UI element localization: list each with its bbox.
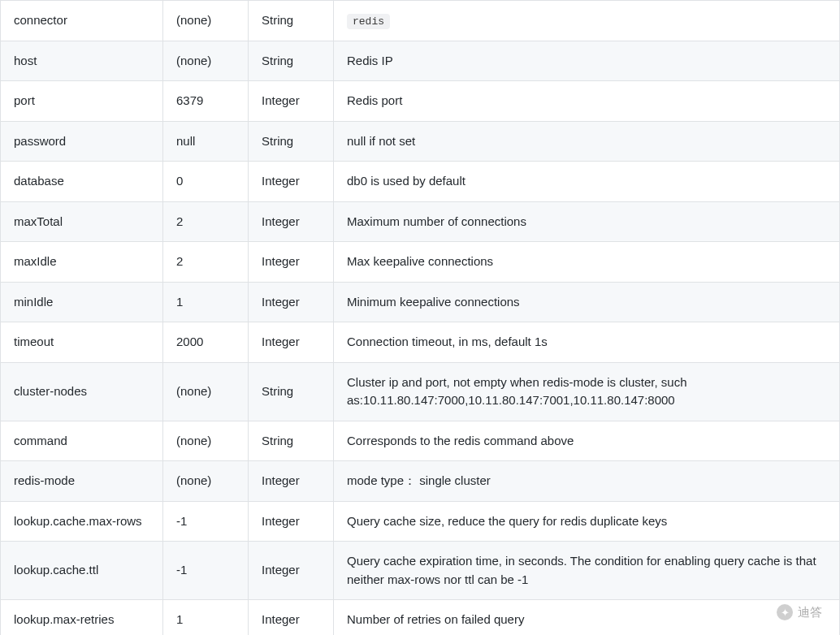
cell-name: minIdle [1,282,163,322]
cell-default: (none) [163,362,249,421]
table-row: database0Integerdb0 is used by default [1,162,840,202]
cell-description: Minimum keepalive connections [334,282,840,322]
cell-description: db0 is used by default [334,162,840,202]
cell-description: Connection timeout, in ms, default 1s [334,322,840,363]
table-row: timeout2000IntegerConnection timeout, in… [1,322,840,363]
table-row: lookup.cache.max-rows-1IntegerQuery cach… [1,501,840,542]
table-row: lookup.max-retries1IntegerNumber of retr… [1,600,840,636]
cell-type: Integer [249,242,334,283]
cell-default: (none) [163,41,249,81]
cell-name: database [1,162,163,202]
cell-name: maxTotal [1,201,163,242]
cell-default: 2000 [163,322,249,363]
cell-description: Cluster ip and port, not empty when redi… [334,362,840,421]
cell-type: Integer [249,461,334,502]
cell-description: Query cache expiration time, in seconds.… [334,542,840,600]
cell-default: null [163,121,249,162]
table-row: maxIdle2IntegerMax keepalive connections [1,242,840,283]
cell-default: -1 [163,542,249,600]
cell-description: Corresponds to the redis command above [334,421,840,461]
config-table: connector(none)Stringredishost(none)Stri… [0,0,840,635]
cell-default: 1 [163,282,249,322]
cell-description: Maximum number of connections [334,201,840,242]
wechat-icon: ✦ [777,604,793,620]
cell-default: 0 [163,162,249,202]
cell-type: String [249,121,334,162]
cell-type: String [249,1,334,41]
cell-default: (none) [163,421,249,461]
table-row: port6379IntegerRedis port [1,81,840,122]
code-literal: redis [347,14,390,29]
table-row: cluster-nodes(none)StringCluster ip and … [1,362,840,421]
cell-type: String [249,41,334,81]
cell-type: Integer [249,600,334,636]
cell-description: Max keepalive connections [334,242,840,283]
table-row: passwordnullStringnull if not set [1,121,840,162]
cell-default: -1 [163,501,249,542]
cell-description: redis [334,1,840,41]
cell-type: Integer [249,501,334,542]
cell-name: port [1,81,163,122]
table-row: maxTotal2IntegerMaximum number of connec… [1,201,840,242]
table-row: connector(none)Stringredis [1,1,840,41]
table-row: minIdle1IntegerMinimum keepalive connect… [1,282,840,322]
cell-type: Integer [249,542,334,600]
cell-type: Integer [249,282,334,322]
cell-name: lookup.max-retries [1,600,163,636]
table-row: redis-mode(none)Integermode type： single… [1,461,840,502]
cell-default: (none) [163,1,249,41]
cell-type: Integer [249,162,334,202]
cell-default: 1 [163,600,249,636]
cell-description: Query cache size, reduce the query for r… [334,501,840,542]
watermark: ✦ 迪答 [777,604,822,620]
table-row: lookup.cache.ttl-1IntegerQuery cache exp… [1,542,840,600]
cell-name: cluster-nodes [1,362,163,421]
cell-type: Integer [249,81,334,122]
cell-type: Integer [249,322,334,363]
cell-default: (none) [163,461,249,502]
watermark-text: 迪答 [798,605,822,620]
table-row: command(none)StringCorresponds to the re… [1,421,840,461]
cell-description: Number of retries on failed query [334,600,840,636]
cell-description: Redis IP [334,41,840,81]
cell-type: String [249,421,334,461]
cell-default: 2 [163,242,249,283]
cell-name: timeout [1,322,163,363]
cell-name: maxIdle [1,242,163,283]
cell-name: host [1,41,163,81]
cell-default: 2 [163,201,249,242]
cell-name: redis-mode [1,461,163,502]
cell-default: 6379 [163,81,249,122]
cell-name: lookup.cache.ttl [1,542,163,600]
cell-description: null if not set [334,121,840,162]
cell-description: Redis port [334,81,840,122]
cell-type: Integer [249,201,334,242]
table-row: host(none)StringRedis IP [1,41,840,81]
cell-name: command [1,421,163,461]
cell-name: lookup.cache.max-rows [1,501,163,542]
cell-description: mode type： single cluster [334,461,840,502]
cell-name: password [1,121,163,162]
cell-name: connector [1,1,163,41]
cell-type: String [249,362,334,421]
